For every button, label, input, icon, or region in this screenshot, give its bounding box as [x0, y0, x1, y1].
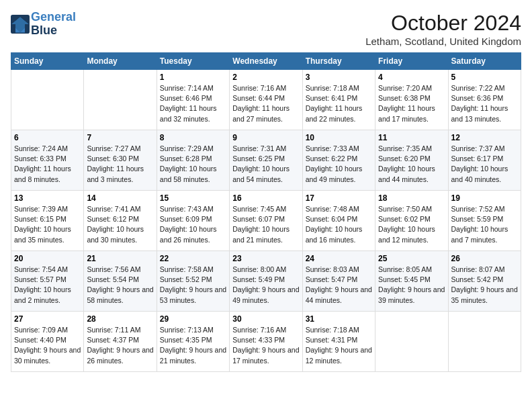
col-header-wednesday: Wednesday: [230, 53, 302, 70]
day-detail: Sunrise: 7:37 AMSunset: 6:17 PMDaylight:…: [451, 144, 518, 185]
calendar-cell: 6Sunrise: 7:24 AMSunset: 6:33 PMDaylight…: [11, 130, 84, 191]
calendar-cell: [448, 312, 521, 372]
calendar-cell: 7Sunrise: 7:27 AMSunset: 6:30 PMDaylight…: [84, 130, 157, 191]
day-detail: Sunrise: 7:41 AMSunset: 6:12 PMDaylight:…: [87, 204, 153, 245]
day-detail: Sunrise: 7:33 AMSunset: 6:22 PMDaylight:…: [306, 144, 372, 185]
day-detail: Sunrise: 7:56 AMSunset: 5:54 PMDaylight:…: [87, 265, 153, 306]
logo-icon: [11, 15, 30, 34]
day-detail: Sunrise: 8:03 AMSunset: 5:47 PMDaylight:…: [306, 265, 372, 306]
day-detail: Sunrise: 7:45 AMSunset: 6:07 PMDaylight:…: [232, 204, 299, 245]
col-header-friday: Friday: [375, 53, 448, 70]
calendar-cell: 1Sunrise: 7:14 AMSunset: 6:46 PMDaylight…: [157, 70, 229, 130]
logo-text: General Blue: [31, 11, 76, 38]
day-detail: Sunrise: 7:22 AMSunset: 6:36 PMDaylight:…: [451, 83, 518, 124]
calendar-cell: 20Sunrise: 7:54 AMSunset: 5:57 PMDayligh…: [11, 251, 84, 312]
day-detail: Sunrise: 7:52 AMSunset: 5:59 PMDaylight:…: [451, 204, 518, 245]
calendar-cell: [11, 70, 84, 130]
day-detail: Sunrise: 7:18 AMSunset: 6:41 PMDaylight:…: [306, 83, 372, 124]
day-detail: Sunrise: 7:29 AMSunset: 6:28 PMDaylight:…: [160, 144, 226, 185]
calendar-cell: 30Sunrise: 7:16 AMSunset: 4:33 PMDayligh…: [230, 312, 302, 372]
day-detail: Sunrise: 7:39 AMSunset: 6:15 PMDaylight:…: [14, 204, 81, 245]
location-subtitle: Letham, Scotland, United Kingdom: [365, 36, 521, 47]
day-detail: Sunrise: 7:58 AMSunset: 5:52 PMDaylight:…: [160, 265, 226, 306]
day-number: 17: [306, 193, 372, 203]
day-number: 30: [232, 314, 299, 324]
day-number: 5: [451, 73, 518, 82]
day-detail: Sunrise: 7:24 AMSunset: 6:33 PMDaylight:…: [14, 144, 81, 185]
day-number: 4: [378, 73, 445, 82]
page-header: General Blue October 2024 Letham, Scotla…: [11, 11, 521, 47]
day-detail: Sunrise: 7:48 AMSunset: 6:04 PMDaylight:…: [306, 204, 372, 245]
calendar-cell: 25Sunrise: 8:05 AMSunset: 5:45 PMDayligh…: [375, 251, 448, 312]
calendar-cell: 15Sunrise: 7:43 AMSunset: 6:09 PMDayligh…: [157, 191, 229, 251]
day-number: 1: [160, 73, 226, 82]
day-detail: Sunrise: 7:16 AMSunset: 6:44 PMDaylight:…: [232, 83, 299, 124]
day-detail: Sunrise: 7:09 AMSunset: 4:40 PMDaylight:…: [14, 325, 81, 366]
day-number: 6: [14, 133, 81, 142]
day-number: 15: [160, 193, 226, 203]
month-title: October 2024: [365, 11, 521, 36]
day-detail: Sunrise: 7:20 AMSunset: 6:38 PMDaylight:…: [378, 83, 445, 124]
day-number: 22: [160, 254, 226, 263]
col-header-saturday: Saturday: [448, 53, 521, 70]
col-header-sunday: Sunday: [11, 53, 84, 70]
day-number: 7: [87, 133, 153, 142]
calendar-cell: 10Sunrise: 7:33 AMSunset: 6:22 PMDayligh…: [302, 130, 375, 191]
day-number: 27: [14, 314, 81, 324]
calendar-cell: 17Sunrise: 7:48 AMSunset: 6:04 PMDayligh…: [302, 191, 375, 251]
calendar-cell: 19Sunrise: 7:52 AMSunset: 5:59 PMDayligh…: [448, 191, 521, 251]
day-number: 28: [87, 314, 153, 324]
calendar-cell: 24Sunrise: 8:03 AMSunset: 5:47 PMDayligh…: [302, 251, 375, 312]
day-number: 10: [306, 133, 372, 142]
day-detail: Sunrise: 7:31 AMSunset: 6:25 PMDaylight:…: [232, 144, 299, 185]
title-block: October 2024 Letham, Scotland, United Ki…: [365, 11, 521, 47]
day-number: 14: [87, 193, 153, 203]
calendar-cell: 26Sunrise: 8:07 AMSunset: 5:42 PMDayligh…: [448, 251, 521, 312]
col-header-tuesday: Tuesday: [157, 53, 229, 70]
day-detail: Sunrise: 7:18 AMSunset: 4:31 PMDaylight:…: [306, 325, 372, 366]
calendar-cell: 5Sunrise: 7:22 AMSunset: 6:36 PMDaylight…: [448, 70, 521, 130]
day-detail: Sunrise: 7:43 AMSunset: 6:09 PMDaylight:…: [160, 204, 226, 245]
day-detail: Sunrise: 7:16 AMSunset: 4:33 PMDaylight:…: [232, 325, 299, 366]
calendar-cell: 9Sunrise: 7:31 AMSunset: 6:25 PMDaylight…: [230, 130, 302, 191]
calendar-cell: 31Sunrise: 7:18 AMSunset: 4:31 PMDayligh…: [302, 312, 375, 372]
day-number: 9: [232, 133, 299, 142]
day-number: 18: [378, 193, 445, 203]
day-detail: Sunrise: 7:27 AMSunset: 6:30 PMDaylight:…: [87, 144, 153, 185]
calendar-cell: 23Sunrise: 8:00 AMSunset: 5:49 PMDayligh…: [230, 251, 302, 312]
calendar-cell: 11Sunrise: 7:35 AMSunset: 6:20 PMDayligh…: [375, 130, 448, 191]
day-detail: Sunrise: 7:14 AMSunset: 6:46 PMDaylight:…: [160, 83, 226, 124]
day-detail: Sunrise: 7:50 AMSunset: 6:02 PMDaylight:…: [378, 204, 445, 245]
calendar-cell: 28Sunrise: 7:11 AMSunset: 4:37 PMDayligh…: [84, 312, 157, 372]
calendar-cell: 18Sunrise: 7:50 AMSunset: 6:02 PMDayligh…: [375, 191, 448, 251]
day-number: 3: [306, 73, 372, 82]
logo: General Blue: [11, 11, 76, 38]
calendar-cell: 16Sunrise: 7:45 AMSunset: 6:07 PMDayligh…: [230, 191, 302, 251]
day-number: 23: [232, 254, 299, 263]
calendar-cell: 4Sunrise: 7:20 AMSunset: 6:38 PMDaylight…: [375, 70, 448, 130]
day-number: 25: [378, 254, 445, 263]
col-header-thursday: Thursday: [302, 53, 375, 70]
calendar-cell: 3Sunrise: 7:18 AMSunset: 6:41 PMDaylight…: [302, 70, 375, 130]
calendar-cell: 12Sunrise: 7:37 AMSunset: 6:17 PMDayligh…: [448, 130, 521, 191]
calendar-cell: 2Sunrise: 7:16 AMSunset: 6:44 PMDaylight…: [230, 70, 302, 130]
calendar-cell: [375, 312, 448, 372]
day-number: 26: [451, 254, 518, 263]
calendar-cell: 29Sunrise: 7:13 AMSunset: 4:35 PMDayligh…: [157, 312, 229, 372]
day-number: 12: [451, 133, 518, 142]
calendar-cell: [84, 70, 157, 130]
calendar-table: SundayMondayTuesdayWednesdayThursdayFrid…: [11, 52, 521, 372]
calendar-cell: 21Sunrise: 7:56 AMSunset: 5:54 PMDayligh…: [84, 251, 157, 312]
day-detail: Sunrise: 8:00 AMSunset: 5:49 PMDaylight:…: [232, 265, 299, 306]
day-number: 20: [14, 254, 81, 263]
calendar-cell: 13Sunrise: 7:39 AMSunset: 6:15 PMDayligh…: [11, 191, 84, 251]
col-header-monday: Monday: [84, 53, 157, 70]
day-number: 11: [378, 133, 445, 142]
day-detail: Sunrise: 7:11 AMSunset: 4:37 PMDaylight:…: [87, 325, 153, 366]
calendar-cell: 22Sunrise: 7:58 AMSunset: 5:52 PMDayligh…: [157, 251, 229, 312]
day-detail: Sunrise: 7:35 AMSunset: 6:20 PMDaylight:…: [378, 144, 445, 185]
day-number: 2: [232, 73, 299, 82]
day-number: 16: [232, 193, 299, 203]
calendar-cell: 14Sunrise: 7:41 AMSunset: 6:12 PMDayligh…: [84, 191, 157, 251]
calendar-cell: 8Sunrise: 7:29 AMSunset: 6:28 PMDaylight…: [157, 130, 229, 191]
